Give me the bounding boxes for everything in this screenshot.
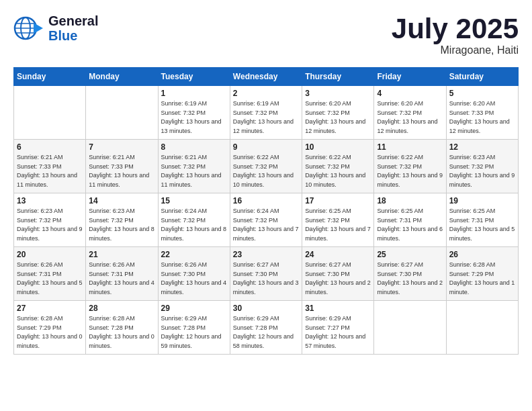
- day-number: 10: [305, 142, 371, 152]
- day-number: 5: [449, 89, 515, 98]
- calendar-cell: 17Sunrise: 6:25 AMSunset: 7:32 PMDayligh…: [302, 193, 374, 247]
- calendar-cell: 23Sunrise: 6:27 AMSunset: 7:30 PMDayligh…: [230, 247, 302, 301]
- logo-line2: Blue: [48, 28, 98, 43]
- day-info: Sunrise: 6:21 AMSunset: 7:33 PMDaylight:…: [17, 154, 77, 188]
- calendar-cell: 4Sunrise: 6:20 AMSunset: 7:32 PMDaylight…: [374, 86, 446, 140]
- calendar-cell: 6Sunrise: 6:21 AMSunset: 7:33 PMDaylight…: [14, 140, 86, 193]
- day-number: 29: [161, 304, 227, 313]
- day-info: Sunrise: 6:23 AMSunset: 7:32 PMDaylight:…: [449, 154, 515, 188]
- calendar-cell: [86, 86, 158, 140]
- logo-line1: General: [48, 13, 98, 28]
- day-number: 12: [449, 142, 515, 152]
- calendar-cell: 25Sunrise: 6:27 AMSunset: 7:30 PMDayligh…: [374, 247, 446, 301]
- day-info: Sunrise: 6:28 AMSunset: 7:29 PMDaylight:…: [17, 315, 83, 349]
- day-info: Sunrise: 6:19 AMSunset: 7:32 PMDaylight:…: [233, 100, 294, 134]
- header-monday: Monday: [86, 68, 158, 86]
- day-number: 1: [161, 89, 227, 98]
- header-wednesday: Wednesday: [230, 68, 302, 86]
- calendar-cell: 19Sunrise: 6:25 AMSunset: 7:31 PMDayligh…: [446, 193, 518, 247]
- header-sunday: Sunday: [14, 68, 86, 86]
- day-info: Sunrise: 6:24 AMSunset: 7:32 PMDaylight:…: [161, 208, 227, 242]
- calendar-cell: 30Sunrise: 6:29 AMSunset: 7:28 PMDayligh…: [230, 301, 302, 355]
- logo-icon: [13, 15, 43, 42]
- day-info: Sunrise: 6:29 AMSunset: 7:28 PMDaylight:…: [233, 315, 294, 349]
- day-number: 17: [305, 196, 371, 205]
- day-number: 4: [377, 89, 443, 98]
- calendar-cell: 12Sunrise: 6:23 AMSunset: 7:32 PMDayligh…: [446, 140, 518, 193]
- day-number: 15: [161, 196, 227, 205]
- title-block: July 2025 Miragoane, Haiti: [392, 13, 519, 56]
- calendar-cell: 21Sunrise: 6:26 AMSunset: 7:31 PMDayligh…: [86, 247, 158, 301]
- day-number: 18: [377, 196, 443, 205]
- calendar-cell: [374, 301, 446, 355]
- day-info: Sunrise: 6:20 AMSunset: 7:32 PMDaylight:…: [305, 100, 365, 134]
- day-info: Sunrise: 6:27 AMSunset: 7:30 PMDaylight:…: [233, 261, 299, 295]
- day-info: Sunrise: 6:28 AMSunset: 7:28 PMDaylight:…: [89, 315, 154, 349]
- day-info: Sunrise: 6:20 AMSunset: 7:33 PMDaylight:…: [449, 100, 510, 134]
- calendar-cell: 11Sunrise: 6:22 AMSunset: 7:32 PMDayligh…: [374, 140, 446, 193]
- calendar-cell: 10Sunrise: 6:22 AMSunset: 7:32 PMDayligh…: [302, 140, 374, 193]
- calendar-cell: 29Sunrise: 6:29 AMSunset: 7:28 PMDayligh…: [158, 301, 230, 355]
- calendar-cell: [446, 301, 518, 355]
- day-number: 13: [17, 196, 83, 205]
- calendar-cell: 18Sunrise: 6:25 AMSunset: 7:31 PMDayligh…: [374, 193, 446, 247]
- calendar-title: July 2025: [392, 13, 519, 44]
- day-number: 27: [17, 304, 83, 313]
- calendar-cell: 2Sunrise: 6:19 AMSunset: 7:32 PMDaylight…: [230, 86, 302, 140]
- calendar-cell: 16Sunrise: 6:24 AMSunset: 7:32 PMDayligh…: [230, 193, 302, 247]
- calendar-location: Miragoane, Haiti: [392, 44, 519, 56]
- calendar-cell: 26Sunrise: 6:28 AMSunset: 7:29 PMDayligh…: [446, 247, 518, 301]
- day-number: 19: [449, 196, 515, 205]
- day-number: 23: [233, 250, 299, 259]
- day-info: Sunrise: 6:25 AMSunset: 7:32 PMDaylight:…: [305, 208, 371, 242]
- day-info: Sunrise: 6:25 AMSunset: 7:31 PMDaylight:…: [377, 208, 443, 242]
- day-info: Sunrise: 6:24 AMSunset: 7:32 PMDaylight:…: [233, 208, 299, 242]
- calendar-cell: 7Sunrise: 6:21 AMSunset: 7:33 PMDaylight…: [86, 140, 158, 193]
- day-number: 30: [233, 304, 299, 313]
- day-info: Sunrise: 6:26 AMSunset: 7:31 PMDaylight:…: [89, 261, 154, 295]
- day-number: 22: [161, 250, 227, 259]
- calendar-cell: 22Sunrise: 6:26 AMSunset: 7:30 PMDayligh…: [158, 247, 230, 301]
- day-info: Sunrise: 6:25 AMSunset: 7:31 PMDaylight:…: [449, 208, 515, 242]
- calendar-header-row: Sunday Monday Tuesday Wednesday Thursday…: [14, 68, 519, 86]
- header-thursday: Thursday: [302, 68, 374, 86]
- day-number: 8: [161, 142, 227, 152]
- calendar-cell: 5Sunrise: 6:20 AMSunset: 7:33 PMDaylight…: [446, 86, 518, 140]
- day-number: 26: [449, 250, 515, 259]
- calendar-cell: 1Sunrise: 6:19 AMSunset: 7:32 PMDaylight…: [158, 86, 230, 140]
- day-info: Sunrise: 6:29 AMSunset: 7:27 PMDaylight:…: [305, 315, 365, 349]
- logo: General Blue: [13, 13, 98, 43]
- day-number: 9: [233, 142, 299, 152]
- day-number: 3: [305, 89, 371, 98]
- calendar-table: Sunday Monday Tuesday Wednesday Thursday…: [13, 67, 519, 355]
- calendar-cell: 3Sunrise: 6:20 AMSunset: 7:32 PMDaylight…: [302, 86, 374, 140]
- day-info: Sunrise: 6:28 AMSunset: 7:29 PMDaylight:…: [449, 261, 515, 295]
- calendar-cell: 14Sunrise: 6:23 AMSunset: 7:32 PMDayligh…: [86, 193, 158, 247]
- calendar-cell: 8Sunrise: 6:21 AMSunset: 7:32 PMDaylight…: [158, 140, 230, 193]
- day-number: 14: [89, 196, 154, 205]
- day-info: Sunrise: 6:19 AMSunset: 7:32 PMDaylight:…: [161, 100, 222, 134]
- day-number: 6: [17, 142, 83, 152]
- day-info: Sunrise: 6:22 AMSunset: 7:32 PMDaylight:…: [233, 154, 294, 188]
- day-info: Sunrise: 6:22 AMSunset: 7:32 PMDaylight:…: [305, 154, 365, 188]
- calendar-cell: 28Sunrise: 6:28 AMSunset: 7:28 PMDayligh…: [86, 301, 158, 355]
- day-info: Sunrise: 6:21 AMSunset: 7:32 PMDaylight:…: [161, 154, 222, 188]
- day-number: 31: [305, 304, 371, 313]
- day-number: 21: [89, 250, 154, 259]
- svg-marker-5: [34, 23, 43, 34]
- day-info: Sunrise: 6:20 AMSunset: 7:32 PMDaylight:…: [377, 100, 437, 134]
- page-header: General Blue July 2025 Miragoane, Haiti: [13, 13, 519, 56]
- calendar-cell: 13Sunrise: 6:23 AMSunset: 7:32 PMDayligh…: [14, 193, 86, 247]
- calendar-cell: [14, 86, 86, 140]
- calendar-cell: 31Sunrise: 6:29 AMSunset: 7:27 PMDayligh…: [302, 301, 374, 355]
- calendar-cell: 15Sunrise: 6:24 AMSunset: 7:32 PMDayligh…: [158, 193, 230, 247]
- header-saturday: Saturday: [446, 68, 518, 86]
- day-number: 25: [377, 250, 443, 259]
- day-info: Sunrise: 6:21 AMSunset: 7:33 PMDaylight:…: [89, 154, 149, 188]
- day-number: 28: [89, 304, 154, 313]
- header-friday: Friday: [374, 68, 446, 86]
- day-number: 7: [89, 142, 154, 152]
- day-info: Sunrise: 6:27 AMSunset: 7:30 PMDaylight:…: [305, 261, 371, 295]
- calendar-cell: 24Sunrise: 6:27 AMSunset: 7:30 PMDayligh…: [302, 247, 374, 301]
- day-number: 24: [305, 250, 371, 259]
